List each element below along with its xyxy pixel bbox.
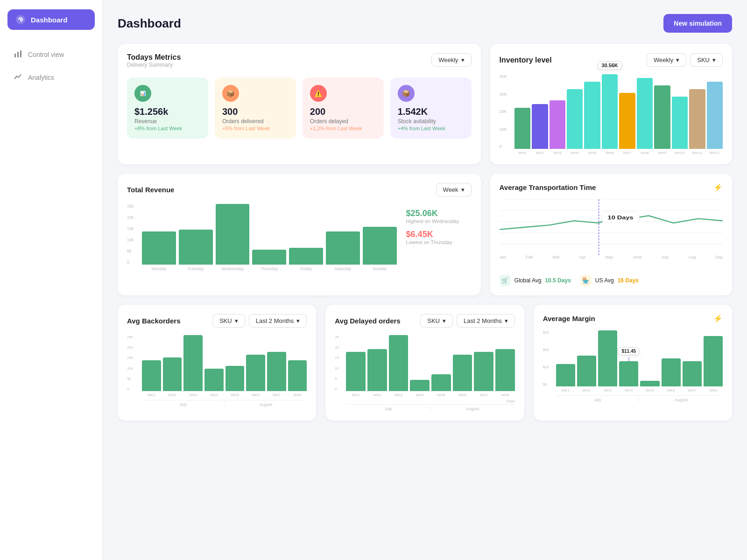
backorders-chart: 25k 20k 15k 10k 5k 0 bbox=[127, 335, 307, 391]
revenue-chart: 25k 20k 15k 10k 5k 0 bbox=[127, 204, 397, 271]
orders-delivered-change: +5% from Last Week bbox=[222, 126, 289, 131]
todays-metrics-title: Todays Metrics bbox=[127, 53, 181, 62]
todays-metrics-card: Todays Metrics Delivery Summary Weekly ▾… bbox=[118, 44, 481, 164]
avg-transport-title: Average Transportation Time bbox=[500, 183, 596, 191]
chevron-down-rev: ▾ bbox=[461, 186, 465, 193]
global-avg-icon: 🛒 bbox=[500, 275, 511, 286]
stock-label: Stock avilability bbox=[398, 118, 464, 125]
us-avg-value: 16 Days bbox=[618, 277, 639, 284]
backorders-sku-filter[interactable]: SKU ▾ bbox=[212, 314, 245, 328]
avg-delayed-title: Avg Delayed orders bbox=[335, 317, 400, 325]
delayed-month-filter[interactable]: Last 2 Months ▾ bbox=[457, 314, 515, 328]
revenue-value: $1.256k bbox=[134, 106, 201, 117]
svg-point-1 bbox=[20, 19, 21, 21]
svg-rect-3 bbox=[17, 52, 19, 57]
inventory-bar-chart: 40K 30K 20K 10K 0 30.56K bbox=[500, 74, 723, 149]
sidebar-item-analytics[interactable]: Analytics bbox=[7, 68, 95, 87]
main-content: Dashboard New simulation Todays Metrics … bbox=[103, 0, 747, 560]
revenue-highest-value: $25.06K bbox=[406, 209, 472, 218]
delayed-filters: SKU ▾ Last 2 Months ▾ bbox=[420, 314, 514, 328]
svg-text:10 Days: 10 Days bbox=[607, 216, 633, 221]
sidebar-item-control-view[interactable]: Control view bbox=[7, 45, 95, 64]
backorders-month-filter[interactable]: Last 2 Months ▾ bbox=[249, 314, 307, 328]
svg-text:📊: 📊 bbox=[140, 91, 146, 97]
avg-transport-card: Average Transportation Time ⚡ bbox=[490, 174, 732, 295]
chevron3: ▾ bbox=[443, 317, 446, 324]
orders-delayed-value: 200 bbox=[310, 106, 376, 117]
metric-revenue: 📊 $1.256k Revenue +8% from Last Week bbox=[127, 77, 208, 139]
chevron-icon2: ▾ bbox=[712, 56, 716, 63]
global-avg-stat: 🛒 Global Avg 10.5 Days bbox=[500, 275, 571, 286]
revenue-lowest-label: Lowest on Thursday bbox=[406, 239, 472, 245]
chevron2: ▾ bbox=[296, 317, 300, 324]
avg-margin-title: Average Margin bbox=[543, 315, 595, 322]
metrics-grid: 📊 $1.256k Revenue +8% from Last Week 📦 3… bbox=[127, 77, 472, 139]
svg-rect-2 bbox=[14, 54, 16, 57]
metric-stock: 📦 1.542K Stock avilability +4% from Last… bbox=[390, 77, 472, 139]
line-chart-svg: 10 Days bbox=[500, 199, 723, 255]
orders-delivered-value: 300 bbox=[222, 106, 289, 117]
dashboard-nav[interactable]: Dashboard bbox=[7, 9, 95, 30]
sidebar: Dashboard Control view Analytics bbox=[0, 0, 103, 560]
us-avg-stat: 🏪 US Avg 16 Days bbox=[580, 275, 639, 286]
revenue-change: +8% from Last Week bbox=[134, 126, 201, 131]
inventory-x-labels: WH1 WH2 WH3 WH4 WH5 WH6 WH7 WH8 WH9 WH10… bbox=[514, 151, 723, 155]
stock-icon: 📦 bbox=[398, 85, 415, 102]
revenue-label: Revenue bbox=[134, 118, 201, 125]
revenue-stats: $25.06K Highest on Wednesday $6.45K Lowe… bbox=[406, 204, 472, 251]
chevron1: ▾ bbox=[235, 317, 238, 324]
transport-footer: 🛒 Global Avg 10.5 Days 🏪 US Avg 16 Days bbox=[500, 275, 723, 286]
inventory-tooltip: 30.56K bbox=[598, 61, 621, 70]
orders-delayed-label: Orders delayed bbox=[310, 118, 376, 125]
revenue-lowest-value: $6.45K bbox=[406, 230, 472, 239]
avg-margin-card: Average Margin ⚡ $30 $20 $10 $0 bbox=[534, 305, 732, 420]
svg-rect-4 bbox=[20, 50, 21, 57]
delayed-sku-filter[interactable]: SKU ▾ bbox=[420, 314, 453, 328]
todays-metrics-subtitle: Delivery Summary bbox=[127, 62, 181, 68]
total-revenue-content: 25k 20k 15k 10k 5k 0 bbox=[127, 204, 472, 271]
line-chart-icon bbox=[14, 72, 22, 82]
revenue-icon: 📊 bbox=[134, 85, 151, 102]
total-revenue-title: Total Revenue bbox=[127, 186, 174, 194]
orders-delivered-label: Orders delivered bbox=[222, 118, 289, 125]
chevron4: ▾ bbox=[505, 317, 508, 324]
revenue-highest-label: Highest on Wednesday bbox=[406, 218, 472, 224]
global-avg-value: 10.5 Days bbox=[545, 277, 571, 284]
todays-metrics-filter[interactable]: Weekly ▾ bbox=[431, 53, 471, 67]
avg-backorders-title: Avg Backorders bbox=[127, 317, 181, 325]
avg-delayed-card: Avg Delayed orders SKU ▾ Last 2 Months ▾… bbox=[325, 305, 524, 420]
chevron-icon: ▾ bbox=[676, 56, 679, 63]
metric-orders-delayed: ⚠️ 200 Orders delayed +1,2% from Last We… bbox=[303, 77, 384, 139]
inventory-filter-weekly[interactable]: Weekly ▾ bbox=[647, 53, 686, 67]
margin-chart: $30 $20 $10 $0 $11.45 bbox=[543, 330, 723, 386]
stock-value: 1.542K bbox=[398, 106, 464, 117]
avg-margin-filter-icon[interactable]: ⚡ bbox=[713, 314, 723, 323]
bar-chart-icon bbox=[14, 49, 22, 59]
backorders-filters: SKU ▾ Last 2 Months ▾ bbox=[212, 314, 307, 328]
avg-backorders-card: Avg Backorders SKU ▾ Last 2 Months ▾ 25k… bbox=[118, 305, 316, 420]
main-header: Dashboard New simulation bbox=[118, 14, 732, 33]
page-title: Dashboard bbox=[118, 16, 181, 31]
transport-line-chart: 10 Days Jan Feb Mar Apr May June July Au… bbox=[500, 199, 723, 269]
stock-change: +4% from Last Week bbox=[398, 126, 464, 131]
total-revenue-card: Total Revenue Week ▾ 25k 20k 15k 10k bbox=[118, 174, 481, 295]
delayed-chart: 25 20 15 10 5 0 bbox=[335, 335, 514, 391]
new-simulation-button[interactable]: New simulation bbox=[663, 14, 732, 33]
orders-delivered-icon: 📦 bbox=[222, 85, 239, 102]
orders-delayed-change: +1,2% from Last Week bbox=[310, 126, 376, 131]
metric-orders-delivered: 📦 300 Orders delivered +5% from Last Wee… bbox=[215, 77, 296, 139]
inventory-filter-sku[interactable]: SKU ▾ bbox=[690, 53, 723, 67]
inventory-level-card: Inventory level Weekly ▾ SKU ▾ 40K 3 bbox=[490, 44, 732, 164]
inventory-title: Inventory level bbox=[500, 56, 552, 64]
us-avg-icon: 🏪 bbox=[580, 275, 592, 286]
orders-delayed-icon: ⚠️ bbox=[310, 85, 327, 102]
filter-icon[interactable]: ⚡ bbox=[713, 183, 723, 192]
chevron-down-icon: ▾ bbox=[461, 56, 465, 63]
bottom-row: Avg Backorders SKU ▾ Last 2 Months ▾ 25k… bbox=[118, 305, 732, 420]
margin-tooltip: $11.45 bbox=[618, 347, 640, 355]
dashboard-icon bbox=[15, 14, 26, 25]
total-revenue-filter[interactable]: Week ▾ bbox=[436, 183, 472, 196]
inventory-filters: Weekly ▾ SKU ▾ bbox=[647, 53, 723, 67]
